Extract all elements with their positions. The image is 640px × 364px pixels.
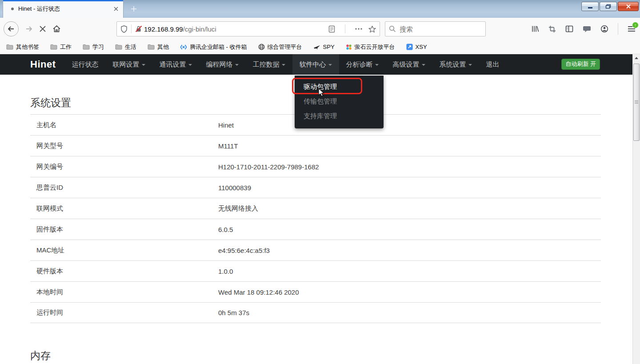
ezviz-dots-icon [346, 44, 352, 50]
update-available-badge: ↑ [632, 22, 639, 28]
bookmark-star-icon[interactable] [368, 25, 376, 33]
nav-item-comm-settings[interactable]: 通讯设置 [152, 54, 199, 75]
pocket-speech-bubble-icon[interactable] [583, 25, 591, 33]
screenshot-crop-icon[interactable] [548, 25, 556, 33]
bookmark-folder-work[interactable]: 工作 [50, 43, 72, 51]
table-row: 固件版本6.0.5 [30, 219, 601, 240]
table-row: 硬件版本1.0.0 [30, 260, 601, 281]
mouse-cursor-icon [318, 88, 325, 98]
tencent-mail-icon [180, 44, 187, 50]
table-row: 网关型号M111T [30, 135, 601, 156]
search-bar[interactable] [385, 21, 486, 36]
account-icon[interactable] [600, 25, 608, 33]
nav-item-running-status[interactable]: 运行状态 [65, 54, 106, 75]
table-row: 运行时间0h 5m 37s [30, 302, 601, 323]
nav-item-programming-network[interactable]: 编程网络 [199, 54, 246, 75]
nav-item-logout[interactable]: 退出 [479, 54, 507, 75]
urlbar-divider [131, 24, 132, 33]
chevron-down-icon [188, 64, 192, 66]
forward-button[interactable] [25, 25, 33, 33]
insecure-lock-icon[interactable] [135, 25, 142, 32]
url-text: 192.168.9.99/cgi-bin/luci [144, 25, 325, 33]
urlbar-divider-2 [345, 24, 345, 33]
system-info-table: 主机名Hinet 网关型号M111T 网关编号H120-1710-2011-22… [30, 114, 601, 323]
bookmark-tencent-mail[interactable]: 腾讯企业邮箱 - 收件箱 [180, 43, 247, 51]
menu-item-support-library[interactable]: 支持库管理 [295, 108, 384, 123]
chevron-down-icon [142, 64, 145, 66]
stop-button[interactable] [39, 25, 46, 32]
table-row: 联网模式无线网络接入 [30, 198, 601, 219]
bookmark-spy[interactable]: SPY [313, 44, 335, 50]
browser-tab[interactable]: Hinet - 运行状态 [3, 0, 124, 18]
page-scrollbar[interactable] [632, 54, 640, 364]
scrollbar-thumb[interactable] [633, 64, 640, 141]
table-row: MAC地址e4:95:6e:4c:a5:f3 [30, 240, 601, 260]
url-bar[interactable]: 192.168.9.99/cgi-bin/luci [116, 21, 380, 36]
toolbar-divider [618, 23, 618, 35]
page-viewport: Hinet 运行状态 联网设置 通讯设置 编程网络 工控数据 软件中心 分析诊断… [0, 54, 640, 364]
url-domain: 192.168.9.99 [144, 25, 183, 33]
tab-favicon-icon [11, 8, 14, 10]
menu-item-driver-package[interactable]: 驱动包管理 [295, 79, 384, 94]
table-row: 思普云ID110000839 [30, 177, 601, 198]
chevron-down-icon [468, 64, 472, 66]
chevron-down-icon [282, 64, 285, 66]
tab-close-icon[interactable] [113, 6, 119, 12]
nav-item-advanced-settings[interactable]: 高级设置 [386, 54, 432, 75]
nav-item-system-settings[interactable]: 系统设置 [432, 54, 479, 75]
bookmark-folder-other-bookmarks[interactable]: 其他书签 [6, 43, 39, 51]
bookmark-folder-misc[interactable]: 其他 [148, 43, 169, 51]
site-logo[interactable]: Hinet [30, 59, 56, 70]
minimize-button[interactable] [581, 2, 599, 11]
blue-arrow-square-icon [406, 44, 413, 50]
page-actions-icon[interactable] [355, 28, 362, 30]
back-button[interactable] [4, 21, 19, 36]
tracking-protection-shield-icon[interactable] [120, 25, 128, 33]
browser-toolbar: 192.168.9.99/cgi-bin/luci [0, 18, 640, 40]
url-path: /cgi-bin/luci [183, 25, 216, 33]
nav-item-network-settings[interactable]: 联网设置 [106, 54, 152, 75]
search-icon [389, 25, 396, 32]
auto-refresh-toggle[interactable]: 自动刷新 开 [561, 59, 600, 70]
home-button[interactable] [52, 25, 61, 33]
chevron-down-icon [422, 64, 425, 66]
reader-view-icon[interactable] [328, 25, 335, 33]
software-center-dropdown: 驱动包管理 传输包管理 支持库管理 [295, 76, 384, 128]
globe-icon [258, 44, 265, 50]
nav-item-software-center[interactable]: 软件中心 [292, 54, 339, 75]
close-button[interactable] [618, 2, 639, 11]
bookmarks-bar: 其他书签 工作 学习 生活 其他 腾讯企业邮箱 - 收件箱 综合管理平台 SPY… [0, 40, 640, 54]
window-controls [581, 2, 639, 11]
bookmark-folder-study[interactable]: 学习 [83, 43, 104, 51]
tab-title: Hinet - 运行状态 [18, 5, 113, 13]
bookmark-ezviz[interactable]: 萤石云开放平台 [346, 43, 395, 51]
new-tab-button[interactable] [126, 2, 141, 16]
table-row: 本地时间Wed Mar 18 09:12:46 2020 [30, 281, 601, 302]
chevron-down-icon [235, 64, 239, 66]
bookmark-folder-life[interactable]: 生活 [115, 43, 136, 51]
search-input[interactable] [400, 25, 471, 33]
sidebar-icon[interactable] [565, 25, 573, 32]
menu-item-transfer-package[interactable]: 传输包管理 [295, 94, 384, 108]
nav-item-industrial-data[interactable]: 工控数据 [246, 54, 292, 75]
browser-window: Hinet - 运行状态 [0, 0, 640, 364]
bookmark-xsy[interactable]: XSY [406, 44, 427, 50]
app-menu-button[interactable]: ↑ [628, 25, 636, 32]
next-section-title: 内存 [30, 349, 601, 363]
nav-item-analysis-diagnosis[interactable]: 分析诊断 [339, 54, 386, 75]
bookmark-management-platform[interactable]: 综合管理平台 [258, 43, 302, 51]
table-row: 网关编号H120-1710-2011-2209-7989-1682 [30, 156, 601, 177]
window-titlebar: Hinet - 运行状态 [0, 0, 640, 18]
chevron-down-icon [375, 64, 379, 66]
site-navbar: Hinet 运行状态 联网设置 通讯设置 编程网络 工控数据 软件中心 分析诊断… [0, 54, 640, 75]
plane-icon [313, 44, 320, 50]
chevron-down-icon [328, 64, 332, 66]
scrollbar-up-arrow[interactable] [633, 54, 640, 62]
library-icon[interactable] [531, 25, 539, 33]
restore-button[interactable] [600, 2, 617, 11]
